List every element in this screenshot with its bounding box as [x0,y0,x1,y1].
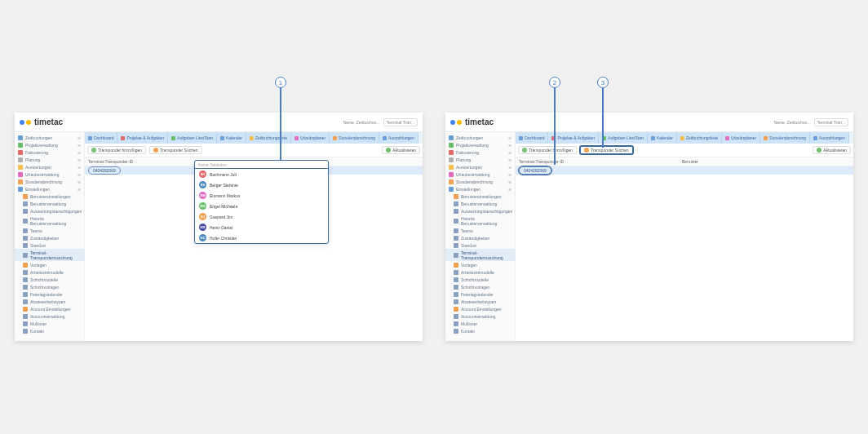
sidebar-item[interactable]: Schichtvorlagen [445,283,515,290]
user-dropdown[interactable]: Keine Selektion BJBachmann JoliBSBerger … [194,160,329,244]
dropdown-item[interactable]: GJGaspard Jim [195,211,328,222]
tab[interactable]: Dashboard [85,132,117,144]
sidebar-item[interactable]: Zuständigkeiten [445,234,515,241]
chevron-icon: ⊕ [508,150,512,155]
page-icon [23,299,28,304]
sidebar-item[interactable]: Kontakt [15,327,84,334]
page-icon [454,314,458,319]
sidebar-item[interactable]: Multiuser [15,320,84,327]
tab[interactable]: Stundenabrechnung [330,132,379,144]
sidebar-item[interactable]: Planung⊕ [15,156,84,163]
chevron-icon: ⊕ [78,143,81,148]
sidebar-item[interactable]: Schichtmodelle [445,276,515,283]
sidebar-icon [449,143,454,148]
tab[interactable]: Aufgaben Live/Start [168,132,217,144]
sidebar-item[interactable]: Arbeitszeitmodelle [15,268,84,276]
tab[interactable]: Projekte & Aufgaben [117,132,168,144]
tab-icon [250,136,254,140]
sidebar-item[interactable]: Benutzereinstellungen [15,193,84,200]
sidebar-item[interactable]: Standort [15,241,84,249]
sidebar-item[interactable]: Zeitbuchungen⊕ [15,134,84,141]
dropdown-item[interactable]: BSBerger Stefanie [195,179,328,190]
dropdown-item[interactable]: BJBachmann Joli [195,169,328,179]
sidebar-item[interactable]: Fakturierung⊕ [445,148,515,156]
tab-icon [813,136,817,140]
sidebar-item[interactable]: Urlaubsverwaltung⊕ [445,170,515,178]
transponder-id-chip[interactable]: 0404282069 [519,166,551,175]
sidebar-item[interactable]: Stundenabrechnung⊕ [445,178,515,185]
transponder-id-chip[interactable]: 0404282069 [88,166,121,175]
sidebar-item[interactable]: Benutzereinstellungen [445,193,515,200]
sidebar-item[interactable]: Kontakt [445,327,515,334]
add-transponder-button[interactable]: Transponder hinzufügen [87,146,146,154]
sidebar-item[interactable]: Teams [15,227,84,234]
sidebar-item[interactable]: Abwesenheitstypen [445,298,515,305]
tab[interactable]: Stundenabrechnung [760,132,810,144]
sidebar-item[interactable]: Projektverwaltung⊕ [15,141,84,148]
tab[interactable]: Dashboard [516,132,548,144]
tab[interactable]: Urlaubsplaner [722,132,760,144]
sidebar-item[interactable]: Teams [445,227,515,234]
dropdown-item[interactable]: EMEismann Markus [195,190,328,201]
tab-icon [725,136,729,140]
add-transponder-button[interactable]: Transponder hinzufügen [518,146,577,154]
sidebar-item[interactable]: Account Einstellungen [445,305,515,312]
sidebar-item-active[interactable]: Terminal-Transponderzuordnung [15,249,84,261]
sidebar-item[interactable]: Planung⊕ [445,156,515,163]
tab[interactable]: Zeitbuchungsliste [677,132,722,144]
dropdown-item[interactable]: EMEngel Michaela [195,201,328,211]
search-transponder-button[interactable]: Transponder Suchen [149,146,202,154]
table-row[interactable]: 0404282069 [516,166,853,175]
sidebar-item[interactable]: Stundenabrechnung⊕ [15,178,84,185]
sidebar-item[interactable]: Projektverwaltung⊕ [445,141,515,148]
page-icon [23,236,28,241]
sidebar-item[interactable]: Zuständigkeiten [15,234,84,241]
sidebar-item[interactable]: Multiuser [445,320,515,327]
sidebar-item[interactable]: Accountverwaltung [445,312,515,320]
sidebar-item[interactable]: Arbeitszeitmodelle [445,268,515,276]
sidebar-item[interactable]: Auswertungen⊕ [445,163,515,170]
tab[interactable]: Urlaubsplaner [291,132,330,144]
sidebar-item[interactable]: Einstellungen⊕ [15,185,84,193]
sidebar-item[interactable]: Zeitbuchungen⊕ [445,134,515,141]
col-transponder-id[interactable]: Terminal-Transponder-ID [516,157,679,166]
sidebar-icon [449,135,454,140]
topright: Name, Zeitbuchun... Terminal Tran... [774,118,849,126]
refresh-button[interactable]: Aktualisieren [813,146,851,154]
sidebar-item[interactable]: Account Einstellungen [15,305,84,312]
dropdown-item[interactable]: HDHeinz Daniel [195,222,328,232]
sidebar-item[interactable]: Fakturierung⊕ [15,148,84,156]
logo-dot-icon [20,120,24,125]
tab[interactable]: Auszahlungen [379,132,418,144]
dropdown-item[interactable]: HCHofer Christian [195,232,328,243]
col-user[interactable]: Benutzer [679,157,853,166]
page-icon [454,285,458,290]
sidebar-item[interactable]: Feiertagskalender [445,290,515,298]
sidebar-item[interactable]: Accountverwaltung [15,312,84,320]
sidebar-item[interactable]: Schichtvorlagen [15,283,84,290]
sidebar-item[interactable]: Benutzerverwaltung [445,200,515,207]
sidebar-item[interactable]: Auswertungen⊕ [15,163,84,170]
sidebar-item[interactable]: Historie Benutzerverwaltung [445,215,515,227]
tab[interactable]: Auszahlungen [810,132,849,144]
terminal-button[interactable]: Terminal Tran... [383,118,418,126]
sidebar-item[interactable]: Feiertagskalender [15,290,84,298]
sidebar-item[interactable]: Vorlagen [15,261,84,268]
sidebar-item[interactable]: Benutzerverwaltung [15,200,84,207]
tab[interactable]: Kalender [217,132,246,144]
terminal-button[interactable]: Terminal Tran... [814,118,848,126]
panel-1: timetac Name, Zeitbuchun... Terminal Tra… [15,113,423,341]
refresh-button[interactable]: Aktualisieren [382,146,420,154]
sidebar-item[interactable]: Standort [445,241,515,249]
sidebar-item[interactable]: Schichtmodelle [15,276,84,283]
tab[interactable]: Kalender [648,132,677,144]
sidebar-item[interactable]: Auswertungsberechtigungen [15,207,84,215]
sidebar-item-active[interactable]: Terminal-Transponderzuordnung [445,249,515,261]
sidebar-item[interactable]: Abwesenheitstypen [15,298,84,305]
toolbar: Transponder hinzufügen Transponder Suche… [516,144,853,157]
sidebar-item[interactable]: Vorlagen [445,261,515,268]
sidebar-item[interactable]: Historie Benutzerverwaltung [15,215,84,227]
sidebar-item[interactable]: Auswertungsberechtigungen [445,207,515,215]
sidebar-item[interactable]: Urlaubsverwaltung⊕ [15,170,84,178]
sidebar-item[interactable]: Einstellungen⊕ [445,185,515,193]
